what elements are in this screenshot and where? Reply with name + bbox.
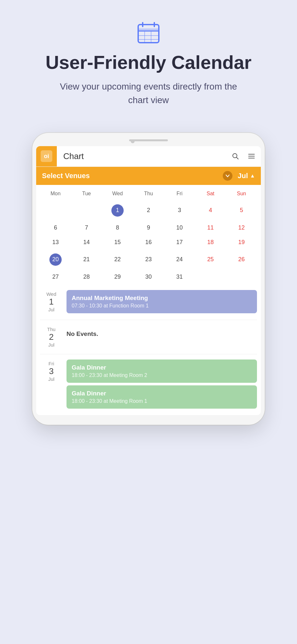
app-title: Chart <box>57 151 227 161</box>
cal-day-11[interactable]: 11 <box>195 221 226 234</box>
month-selector[interactable]: Jul ▲ <box>238 172 255 180</box>
venue-bar[interactable]: Select Venues Jul ▲ <box>36 167 261 185</box>
cal-day-15[interactable]: 15 <box>102 236 133 249</box>
day-header-tue: Tue <box>71 188 102 199</box>
month-arrow-icon: ▲ <box>250 173 255 179</box>
event-day-name-2: Thu <box>40 327 63 332</box>
cal-day-17[interactable]: 17 <box>164 236 195 249</box>
day-header-thu: Thu <box>133 188 164 199</box>
phone-screen: oi Chart <box>36 146 261 415</box>
cal-day-20[interactable]: 20 <box>40 250 71 269</box>
day-header-wed: Wed <box>102 188 133 199</box>
event-date-jul-1: Wed 1 Jul <box>40 290 63 313</box>
cal-day-2[interactable]: 2 <box>133 201 164 220</box>
chevron-down-icon <box>225 173 230 178</box>
cal-day-empty-3 <box>195 270 226 284</box>
venue-dropdown-button[interactable] <box>223 171 232 181</box>
divider-2 <box>40 354 257 354</box>
cal-day-19[interactable]: 19 <box>226 236 257 249</box>
menu-button[interactable] <box>243 148 260 164</box>
event-detail-gala-1: 18:00 - 23:30 at Meeting Room 2 <box>72 372 252 378</box>
svg-line-10 <box>237 157 239 159</box>
cal-day-28[interactable]: 28 <box>71 270 102 284</box>
hamburger-icon <box>248 152 255 160</box>
event-day-name-1: Wed <box>40 291 63 297</box>
cal-day-24[interactable]: 24 <box>164 250 195 269</box>
cal-day-21[interactable]: 21 <box>71 250 102 269</box>
cal-day-7[interactable]: 7 <box>71 221 102 234</box>
event-card-annual-meeting[interactable]: Annual Marketing Meeting 07:30 - 10:30 a… <box>67 290 257 313</box>
cal-day-29[interactable]: 29 <box>102 270 133 284</box>
logo-text: oi <box>44 153 49 160</box>
cal-day-empty-4 <box>226 270 257 284</box>
event-group-jul-3: Fri 3 Jul Gala Dinner 18:00 - 23:30 at M… <box>40 360 257 409</box>
cal-day-8[interactable]: 8 <box>102 221 133 234</box>
phone-mockup: oi Chart <box>32 133 265 425</box>
day-header-mon: Mon <box>40 188 71 199</box>
phone-mockup-wrapper: oi Chart <box>0 133 297 444</box>
cal-day-16[interactable]: 16 <box>133 236 164 249</box>
event-month-3: Jul <box>40 376 63 382</box>
event-group-jul-2: Thu 2 Jul No Events. <box>40 325 257 348</box>
cal-day-13[interactable]: 13 <box>40 236 71 249</box>
cal-day-14[interactable]: 14 <box>71 236 102 249</box>
cal-day-6[interactable]: 6 <box>40 221 71 234</box>
event-card-gala-1[interactable]: Gala Dinner 18:00 - 23:30 at Meeting Roo… <box>67 360 257 383</box>
cal-day-5[interactable]: 5 <box>226 201 257 220</box>
event-card-gala-2[interactable]: Gala Dinner 18:00 - 23:30 at Meeting Roo… <box>67 385 257 409</box>
event-day-name-3: Fri <box>40 361 63 366</box>
cal-day-empty-1 <box>40 201 71 220</box>
event-cards-jul-2: No Events. <box>67 325 257 348</box>
event-month-2: Jul <box>40 342 63 348</box>
cal-day-1[interactable]: 1 <box>102 201 133 220</box>
cal-day-25[interactable]: 25 <box>195 250 226 269</box>
event-cards-jul-1: Annual Marketing Meeting 07:30 - 10:30 a… <box>67 290 257 313</box>
event-title-gala-1: Gala Dinner <box>72 364 252 371</box>
cal-day-27[interactable]: 27 <box>40 270 71 284</box>
venue-label: Select Venues <box>42 172 223 180</box>
app-logo: oi <box>36 146 57 167</box>
events-section: Wed 1 Jul Annual Marketing Meeting 07:30… <box>36 290 261 409</box>
cal-day-23[interactable]: 23 <box>133 250 164 269</box>
event-group-jul-1: Wed 1 Jul Annual Marketing Meeting 07:30… <box>40 290 257 313</box>
day-header-fri: Fri <box>164 188 195 199</box>
hero-subtitle: View your upcoming events directly from … <box>52 80 245 107</box>
hero-title: User-Friendly Calendar <box>46 52 251 73</box>
event-detail-gala-2: 18:00 - 23:30 at Meeting Room 1 <box>72 398 252 404</box>
event-title-gala-2: Gala Dinner <box>72 390 252 397</box>
event-detail-annual: 07:30 - 10:30 at Function Room 1 <box>72 303 252 309</box>
cal-day-12[interactable]: 12 <box>226 221 257 234</box>
cal-day-26[interactable]: 26 <box>226 250 257 269</box>
search-button[interactable] <box>227 148 243 164</box>
app-header: oi Chart <box>36 146 261 167</box>
cal-day-31[interactable]: 31 <box>164 270 195 284</box>
calendar-days: 1 2 3 4 5 6 7 8 9 10 11 12 13 14 <box>40 201 257 284</box>
cal-day-10[interactable]: 10 <box>164 221 195 234</box>
svg-rect-0 <box>138 25 159 43</box>
event-day-num-1: 1 <box>40 297 63 307</box>
event-day-num-2: 2 <box>40 332 63 342</box>
calendar-hero-icon <box>136 19 161 45</box>
cal-day-4[interactable]: 4 <box>195 201 226 220</box>
cal-day-9[interactable]: 9 <box>133 221 164 234</box>
cal-day-empty-2 <box>71 201 102 220</box>
phone-camera <box>131 139 135 143</box>
event-cards-jul-3: Gala Dinner 18:00 - 23:30 at Meeting Roo… <box>67 360 257 409</box>
divider-1 <box>40 320 257 320</box>
cal-day-3[interactable]: 3 <box>164 201 195 220</box>
cal-day-18[interactable]: 18 <box>195 236 226 249</box>
phone-notch <box>129 139 168 141</box>
event-month-1: Jul <box>40 307 63 312</box>
event-day-num-3: 3 <box>40 366 63 376</box>
cal-day-30[interactable]: 30 <box>133 270 164 284</box>
day-header-sun: Sun <box>226 188 257 199</box>
event-date-jul-2: Thu 2 Jul <box>40 325 63 348</box>
day-headers: Mon Tue Wed Thu Fri Sat Sun <box>40 188 257 199</box>
event-title-annual: Annual Marketing Meeting <box>72 295 252 302</box>
search-icon <box>231 152 239 160</box>
day-header-sat: Sat <box>195 188 226 199</box>
app-logo-inner: oi <box>41 150 52 162</box>
cal-day-22[interactable]: 22 <box>102 250 133 269</box>
calendar-grid: Mon Tue Wed Thu Fri Sat Sun 1 2 <box>36 185 261 287</box>
month-label: Jul <box>238 172 248 180</box>
